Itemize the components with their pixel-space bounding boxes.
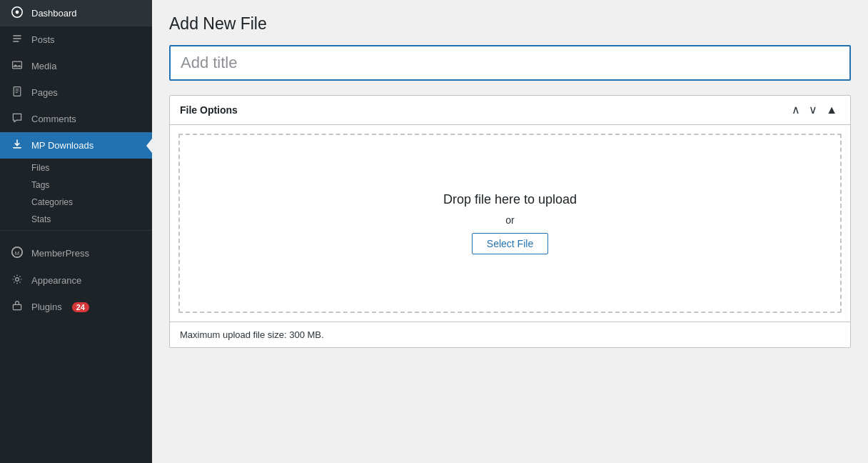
sidebar-item-appearance[interactable]: Appearance: [0, 267, 152, 294]
sidebar-item-files[interactable]: Files: [0, 159, 152, 176]
file-options-title: File Options: [180, 104, 238, 116]
sidebar-divider: [0, 230, 152, 231]
file-options-footer: Maximum upload file size: 300 MB.: [170, 322, 850, 347]
mp-downloads-icon: [10, 139, 24, 152]
file-options-panel: File Options ∧ ∨ ▲ Drop file here to upl…: [169, 95, 851, 348]
dashboard-icon: [10, 6, 24, 20]
sidebar-item-label: Comments: [31, 114, 76, 124]
sidebar-item-label: Posts: [31, 34, 55, 45]
plugins-badge: 24: [72, 302, 89, 312]
svg-rect-2: [13, 61, 22, 69]
file-options-header: File Options ∧ ∨ ▲: [170, 96, 850, 125]
files-label: Files: [31, 163, 49, 173]
drop-text: Drop file here to upload: [443, 192, 577, 207]
sidebar-item-dashboard[interactable]: Dashboard: [0, 0, 152, 26]
tags-label: Tags: [31, 180, 49, 190]
appearance-icon: [10, 274, 24, 287]
title-input[interactable]: [169, 45, 851, 81]
stats-label: Stats: [31, 214, 51, 224]
page-title: Add New File: [169, 14, 851, 34]
upload-limit-text: Maximum upload file size: 300 MB.: [180, 329, 324, 340]
sidebar-item-pages[interactable]: Pages: [0, 79, 152, 106]
sidebar-item-label: Appearance: [31, 275, 81, 286]
panel-expand-button[interactable]: ▲: [823, 103, 840, 117]
svg-text:M: M: [14, 250, 19, 257]
sidebar-item-categories[interactable]: Categories: [0, 193, 152, 210]
media-icon: [10, 59, 24, 73]
sidebar: Dashboard Posts Media Pages Comments MP …: [0, 0, 152, 463]
svg-rect-8: [13, 304, 21, 309]
panel-controls: ∧ ∨ ▲: [789, 103, 840, 117]
posts-icon: [10, 33, 24, 46]
select-file-button[interactable]: Select File: [472, 233, 548, 254]
svg-rect-4: [13, 147, 21, 149]
pages-icon: [10, 86, 24, 99]
panel-down-button[interactable]: ∨: [806, 103, 820, 117]
sidebar-item-memberpress[interactable]: M MemberPress: [0, 239, 152, 267]
sidebar-item-label: Plugins: [31, 302, 62, 312]
svg-point-7: [16, 278, 19, 282]
sidebar-item-comments[interactable]: Comments: [0, 106, 152, 132]
sidebar-item-tags[interactable]: Tags: [0, 176, 152, 193]
drop-zone[interactable]: Drop file here to upload or Select File: [178, 134, 842, 313]
sidebar-item-label: Media: [31, 61, 56, 71]
drop-or-text: or: [505, 214, 514, 226]
sidebar-item-label: MemberPress: [31, 248, 89, 259]
sidebar-item-mp-downloads[interactable]: MP Downloads: [0, 132, 152, 159]
panel-up-button[interactable]: ∧: [789, 103, 803, 117]
memberpress-icon: M: [10, 246, 24, 261]
svg-rect-3: [14, 87, 21, 96]
sidebar-item-label: MP Downloads: [31, 140, 94, 151]
sidebar-item-stats[interactable]: Stats: [0, 210, 152, 227]
comments-icon: [10, 112, 24, 126]
main-content: Add New File File Options ∧ ∨ ▲ Drop fil…: [152, 0, 868, 463]
sidebar-item-label: Pages: [31, 87, 58, 98]
sidebar-item-label: Dashboard: [31, 8, 77, 19]
plugins-icon: [10, 300, 24, 314]
svg-point-1: [16, 11, 19, 14]
sidebar-item-plugins[interactable]: Plugins 24: [0, 294, 152, 320]
sidebar-item-posts[interactable]: Posts: [0, 26, 152, 53]
categories-label: Categories: [31, 197, 73, 207]
sidebar-item-media[interactable]: Media: [0, 53, 152, 79]
